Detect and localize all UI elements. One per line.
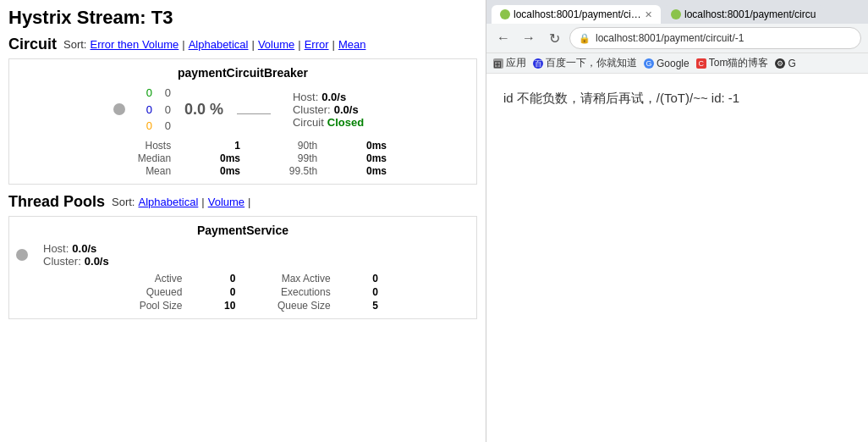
detail-hosts-lbl: Hosts [145, 140, 171, 152]
browser-tab-1[interactable]: localhost:8001/payment/circu ✕ [492, 5, 661, 24]
sort-link-alpha[interactable]: Alphabetical [189, 38, 249, 51]
detail-mean-val: 0ms [220, 165, 240, 177]
tp-maxactive-val: 0 [372, 273, 378, 285]
back-button[interactable]: ← [493, 28, 514, 48]
tab-favicon-1 [500, 9, 510, 19]
bookmark-apps[interactable]: ⊞ 应用 [493, 56, 526, 70]
baidu-favicon: 百 [533, 58, 543, 69]
google-favicon: G [644, 58, 654, 69]
num-orange-1: 0 [140, 118, 152, 135]
app-title: Hystrix Stream: T3 [8, 7, 477, 29]
bookmark-google-label: Google [656, 58, 689, 69]
address-bar[interactable]: 🔒 localhost:8001/payment/circuit/-1 [569, 27, 861, 49]
detail-995th-lbl: 99.5th [289, 165, 317, 177]
circuit-indicator [113, 103, 125, 115]
thread-pools-title: Thread Pools [8, 193, 105, 211]
apps-favicon: ⊞ [493, 58, 503, 69]
sort-link-error[interactable]: Error [305, 38, 329, 51]
circuit-status-value: Closed [327, 116, 364, 129]
tp-poolsize-lbl: Pool Size [140, 300, 183, 312]
tab-title-1: localhost:8001/payment/circu [514, 8, 641, 20]
bookmark-github-label: G [788, 58, 795, 69]
tp-host-value: 0.0/s [72, 242, 96, 255]
thread-pool-card-title: PaymentService [16, 224, 470, 237]
sort-link-volume[interactable]: Volume [258, 38, 294, 51]
detail-99th-lbl: 99th [298, 152, 317, 164]
tp-queuesize-lbl: Queue Size [277, 300, 331, 312]
tp-queuesize-val: 5 [372, 300, 378, 312]
cluster-label: Cluster: [293, 103, 331, 116]
detail-90th-lbl: 90th [298, 140, 317, 152]
bookmarks-bar: ⊞ 应用 百 百度一下，你就知道 G Google C Tom猫的博客 ⚙ G [486, 53, 868, 74]
bookmark-tom[interactable]: C Tom猫的博客 [696, 56, 769, 70]
tp-queued-val: 0 [230, 286, 236, 298]
tab-close-1[interactable]: ✕ [645, 9, 652, 20]
num-green-1: 0 [140, 85, 152, 102]
tp-host-label: Host: [43, 242, 69, 255]
refresh-button[interactable]: ↻ [544, 28, 564, 48]
address-text: localhost:8001/payment/circuit/-1 [596, 32, 852, 44]
tp-indicator [16, 249, 28, 261]
bookmark-github[interactable]: ⚙ G [775, 58, 795, 69]
circuit-title: Circuit [8, 36, 57, 53]
detail-mean-lbl: Mean [146, 165, 171, 177]
bookmark-tom-label: Tom猫的博客 [709, 56, 769, 70]
tab-title-2: localhost:8001/payment/circu [684, 8, 816, 20]
tp-cluster-label: Cluster: [43, 255, 81, 268]
tp-executions-val: 0 [372, 286, 378, 298]
num-gray-3: 0 [159, 118, 171, 135]
github-favicon: ⚙ [775, 58, 785, 69]
detail-median-val: 0ms [220, 152, 240, 164]
browser-toolbar: ← → ↻ 🔒 localhost:8001/payment/circuit/-… [486, 24, 868, 53]
circuit-sort-label: Sort: [63, 38, 86, 51]
detail-90th-val: 0ms [366, 140, 387, 152]
tp-cluster-value: 0.0/s [85, 255, 109, 268]
circuit-status-label: Circuit [293, 116, 324, 129]
detail-995th-val: 0ms [366, 165, 387, 177]
bookmark-baidu-label: 百度一下，你就知道 [546, 56, 637, 70]
tp-maxactive-lbl: Max Active [282, 273, 331, 285]
num-blue-1: 0 [140, 102, 152, 119]
circuit-percent: 0.0 % [184, 101, 223, 119]
browser-tab-2[interactable]: localhost:8001/payment/circu [662, 5, 824, 24]
tp-active-val: 0 [230, 273, 236, 285]
tab-favicon-2 [671, 9, 681, 19]
tom-favicon: C [696, 58, 706, 69]
page-content: id 不能负数，请稍后再试，/(ToT)/~~ id: -1 [486, 74, 868, 442]
circuit-card-title: paymentCircuitBreaker [16, 66, 470, 80]
num-gray-2: 0 [159, 102, 171, 119]
detail-hosts-val: 1 [234, 140, 240, 152]
tp-executions-lbl: Executions [281, 286, 331, 298]
circuit-card: paymentCircuitBreaker 0 0 0 0 0 0 0.0 % [8, 58, 477, 185]
detail-99th-val: 0ms [366, 152, 387, 164]
error-message: id 不能负数，请稍后再试，/(ToT)/~~ id: -1 [503, 91, 851, 107]
num-gray-1: 0 [159, 85, 171, 102]
detail-median-lbl: Median [138, 152, 171, 164]
tp-poolsize-val: 10 [224, 300, 235, 312]
circuit-section-header: Circuit Sort: Error then Volume | Alphab… [8, 36, 477, 53]
bookmark-baidu[interactable]: 百 百度一下，你就知道 [533, 56, 637, 70]
host-value: 0.0/s [321, 91, 346, 103]
browser-tabs: localhost:8001/payment/circu ✕ localhost… [486, 0, 868, 24]
bookmark-apps-label: 应用 [506, 56, 526, 70]
bookmark-google[interactable]: G Google [644, 58, 689, 69]
cluster-value: 0.0/s [334, 103, 359, 116]
tp-sort-link-alpha[interactable]: Alphabetical [139, 196, 199, 208]
left-panel: Hystrix Stream: T3 Circuit Sort: Error t… [0, 0, 486, 442]
sort-link-mean[interactable]: Mean [338, 38, 366, 51]
tp-sort-label: Sort: [112, 196, 135, 208]
forward-button[interactable]: → [519, 28, 539, 48]
tp-active-lbl: Active [155, 273, 183, 285]
sort-link-error-volume[interactable]: Error then Volume [90, 38, 179, 51]
lock-icon: 🔒 [579, 33, 591, 44]
host-label: Host: [293, 91, 318, 103]
thread-pools-section-header: Thread Pools Sort: Alphabetical | Volume… [8, 193, 477, 211]
tp-queued-lbl: Queued [146, 286, 183, 298]
right-panel: localhost:8001/payment/circu ✕ localhost… [486, 0, 868, 442]
thread-pool-card: PaymentService Host: 0.0/s Cluster: 0.0/… [8, 216, 477, 319]
tp-sort-link-volume[interactable]: Volume [208, 196, 244, 208]
